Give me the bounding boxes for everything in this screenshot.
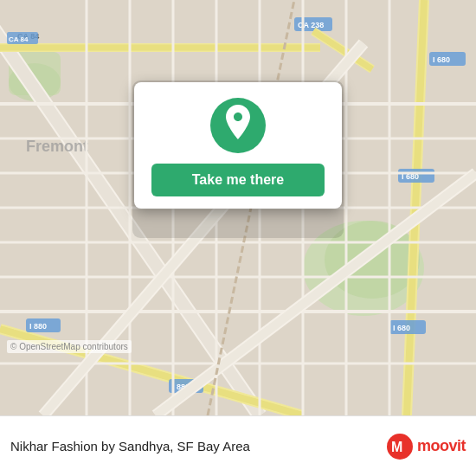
svg-text:CA 84: CA 84 bbox=[9, 35, 29, 43]
svg-text:M: M bbox=[391, 440, 402, 454]
bottom-bar: Nikhar Fashion by Sandhya, SF Bay Area M… bbox=[0, 415, 476, 476]
svg-text:Fremont: Fremont bbox=[26, 138, 88, 155]
location-title: Nikhar Fashion by Sandhya, SF Bay Area bbox=[10, 439, 386, 453]
map-container: CA 84 CA 84 I 680 I 680 I 680 I 880 I 88… bbox=[0, 0, 476, 415]
svg-text:I 880: I 880 bbox=[29, 322, 47, 331]
svg-text:I 680: I 680 bbox=[433, 55, 450, 64]
popup-card: Take me there bbox=[134, 82, 342, 209]
map-attribution: © OpenStreetMap contributors bbox=[7, 340, 132, 353]
moovit-text: moovit bbox=[417, 437, 466, 455]
popup-icon-circle bbox=[210, 98, 266, 153]
moovit-logo-icon: M bbox=[386, 433, 414, 460]
take-me-there-button[interactable]: Take me there bbox=[151, 164, 325, 196]
map-pin-icon bbox=[222, 105, 254, 144]
moovit-logo: M moovit bbox=[386, 433, 466, 460]
svg-text:I 680: I 680 bbox=[393, 324, 410, 332]
